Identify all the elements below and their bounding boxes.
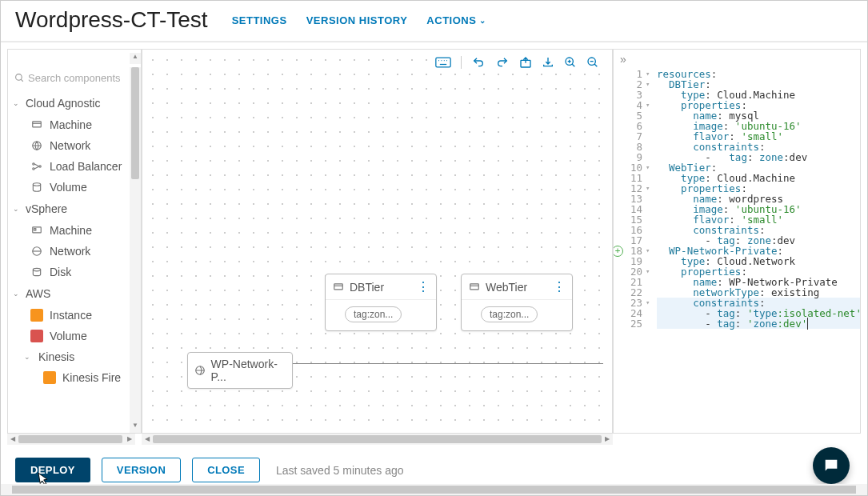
scrollbar-thumb[interactable] bbox=[131, 67, 139, 179]
search-input[interactable] bbox=[28, 72, 134, 84]
version-history-link[interactable]: VERSION HISTORY bbox=[306, 14, 408, 26]
scroll-down-icon[interactable]: ▼ bbox=[130, 422, 141, 433]
actions-menu-label: ACTIONS bbox=[426, 14, 476, 26]
item-network[interactable]: Network bbox=[8, 135, 139, 156]
item-aws-volume[interactable]: Volume bbox=[8, 326, 139, 346]
node-title: WebTier bbox=[486, 281, 527, 294]
item-label: Volume bbox=[50, 330, 87, 342]
chevron-down-icon: ⌄ bbox=[479, 16, 486, 25]
svg-point-7 bbox=[39, 166, 41, 167]
section-label: AWS bbox=[26, 287, 50, 300]
scroll-right-icon[interactable]: ▶ bbox=[602, 434, 613, 445]
chevron-down-icon: ⌄ bbox=[24, 353, 32, 361]
item-volume[interactable]: Volume bbox=[8, 177, 139, 198]
node-dbtier[interactable]: DBTier ⋮ tag:zon... bbox=[325, 274, 437, 331]
item-label: Network bbox=[50, 139, 90, 152]
scrollbar-thumb[interactable] bbox=[18, 435, 122, 443]
svg-point-0 bbox=[16, 74, 22, 81]
canvas[interactable]: DBTier ⋮ tag:zon... WebTier ⋮ tag:zon... bbox=[142, 49, 613, 434]
item-vs-disk[interactable]: Disk bbox=[8, 262, 139, 282]
node-tag[interactable]: tag:zon... bbox=[345, 306, 402, 322]
instance-icon bbox=[30, 309, 43, 322]
actions-menu[interactable]: ACTIONS ⌄ bbox=[426, 14, 486, 26]
version-button[interactable]: VERSION bbox=[102, 458, 181, 482]
component-sidebar: « ⌄ Cloud Agnostic Machine bbox=[7, 49, 142, 434]
node-network[interactable]: WP-Network-P... bbox=[187, 352, 293, 389]
item-load-balancer[interactable]: Load Balancer bbox=[8, 156, 139, 177]
disk-icon bbox=[30, 266, 43, 278]
header: Wordpress-CT-Test SETTINGS VERSION HISTO… bbox=[1, 1, 867, 42]
network-icon bbox=[30, 139, 43, 152]
page-title: Wordpress-CT-Test bbox=[15, 7, 208, 33]
canvas-toolbar bbox=[427, 53, 607, 72]
svg-rect-10 bbox=[34, 229, 36, 230]
item-vs-machine[interactable]: Machine bbox=[8, 220, 139, 241]
item-machine[interactable]: Machine bbox=[8, 114, 139, 135]
machine-icon bbox=[30, 118, 43, 131]
section-vsphere[interactable]: ⌄ vSphere bbox=[8, 198, 139, 220]
lb-icon bbox=[30, 160, 43, 173]
node-tag[interactable]: tag:zon... bbox=[481, 306, 538, 322]
svg-rect-2 bbox=[33, 122, 42, 127]
chevron-down-icon: ⌄ bbox=[13, 205, 21, 213]
node-actions-icon[interactable]: ⋮ bbox=[417, 279, 430, 294]
svg-line-25 bbox=[594, 64, 597, 66]
node-title: WP-Network-P... bbox=[211, 358, 286, 383]
svg-rect-13 bbox=[436, 58, 450, 67]
sidebar-search[interactable] bbox=[8, 69, 141, 92]
scroll-left-icon[interactable]: ◀ bbox=[7, 434, 18, 445]
machine-icon bbox=[468, 281, 481, 294]
chevron-down-icon: ⌄ bbox=[13, 99, 21, 107]
scroll-left-icon[interactable]: ◀ bbox=[142, 434, 153, 445]
scroll-right-icon[interactable]: ▶ bbox=[124, 434, 135, 445]
deploy-button[interactable]: DEPLOY bbox=[15, 458, 90, 482]
item-vs-network[interactable]: Network bbox=[8, 241, 139, 262]
scroll-up-icon[interactable]: ▲ bbox=[130, 53, 141, 64]
item-label: Kinesis bbox=[38, 350, 74, 363]
import-icon[interactable] bbox=[542, 56, 554, 69]
undo-icon[interactable] bbox=[461, 56, 486, 69]
scrollbar-thumb[interactable] bbox=[12, 486, 856, 494]
code-panel: » + 123456789101112131415161718192021222… bbox=[613, 49, 861, 434]
canvas-hscroll[interactable]: ◀ ▶ bbox=[142, 434, 613, 445]
item-aws-kinesis-fire[interactable]: Kinesis Fire bbox=[8, 367, 139, 388]
item-label: Volume bbox=[50, 181, 87, 194]
kinesis-fire-icon bbox=[43, 371, 56, 384]
scrollbar-thumb[interactable] bbox=[153, 435, 602, 443]
svg-line-1 bbox=[21, 79, 23, 82]
main: « ⌄ Cloud Agnostic Machine bbox=[1, 42, 867, 434]
item-label: Machine bbox=[50, 118, 92, 131]
network-icon bbox=[30, 245, 43, 258]
settings-link[interactable]: SETTINGS bbox=[232, 14, 287, 26]
code-editor[interactable]: + 12345678910111213141516171819202122232… bbox=[614, 69, 860, 433]
sidebar-scrollbar[interactable]: ▲ ▼ bbox=[130, 67, 141, 433]
item-label: Load Balancer bbox=[50, 160, 122, 173]
item-aws-instance[interactable]: Instance bbox=[8, 305, 139, 326]
item-aws-kinesis[interactable]: ⌄ Kinesis bbox=[8, 346, 139, 367]
close-button[interactable]: CLOSE bbox=[192, 458, 260, 482]
item-label: Disk bbox=[50, 266, 71, 278]
keyboard-icon[interactable] bbox=[435, 57, 451, 68]
node-actions-icon[interactable]: ⋮ bbox=[553, 279, 566, 294]
code-collapse-icon[interactable]: » bbox=[620, 53, 626, 66]
zoom-out-icon[interactable] bbox=[586, 56, 599, 69]
component-tree: ⌄ Cloud Agnostic Machine Network Load B bbox=[8, 92, 141, 433]
chat-bubble-icon[interactable] bbox=[813, 447, 850, 484]
machine-icon bbox=[332, 281, 345, 294]
sidebar-hscroll[interactable]: ◀ ▶ bbox=[7, 434, 135, 445]
export-icon[interactable] bbox=[519, 56, 532, 69]
redo-icon[interactable] bbox=[495, 56, 510, 69]
chevron-down-icon: ⌄ bbox=[13, 290, 21, 298]
svg-point-5 bbox=[33, 163, 34, 165]
svg-rect-29 bbox=[470, 283, 479, 289]
section-aws[interactable]: ⌄ AWS bbox=[8, 282, 139, 305]
svg-rect-27 bbox=[334, 283, 343, 289]
zoom-in-icon[interactable] bbox=[564, 56, 577, 69]
node-webtier[interactable]: WebTier ⋮ tag:zon... bbox=[461, 274, 573, 331]
section-cloud-agnostic[interactable]: ⌄ Cloud Agnostic bbox=[8, 92, 139, 114]
item-label: Kinesis Fire bbox=[62, 371, 121, 384]
window-hscroll[interactable] bbox=[1, 484, 867, 495]
volume-icon bbox=[30, 181, 43, 194]
svg-line-21 bbox=[572, 64, 574, 66]
volume-icon bbox=[30, 330, 43, 342]
